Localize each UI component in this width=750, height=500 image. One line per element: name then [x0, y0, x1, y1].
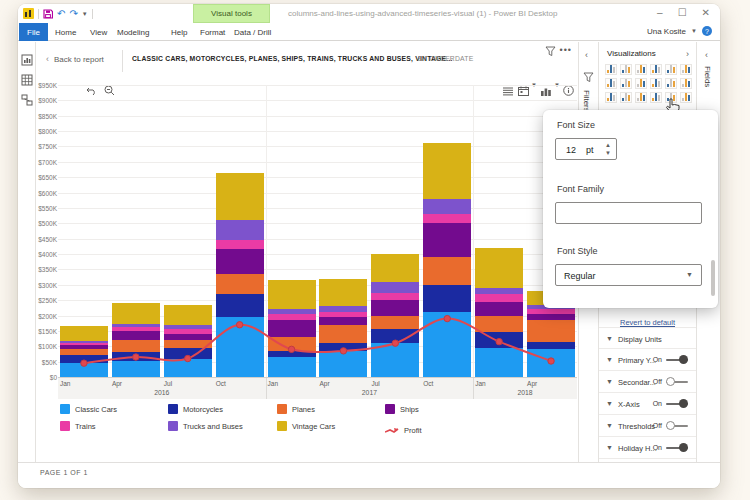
legend-item-ships[interactable]: Ships	[385, 404, 419, 414]
profit-marker[interactable]	[340, 348, 346, 354]
profit-marker[interactable]	[392, 340, 398, 346]
maximize-button[interactable]: ☐	[678, 7, 687, 18]
ribbon-tab-help[interactable]: Help	[167, 23, 191, 41]
profit-marker[interactable]	[133, 354, 139, 360]
toggle-track[interactable]	[666, 355, 688, 364]
profit-line[interactable]	[84, 319, 551, 364]
legend-item-vintage-cars[interactable]: Vintage Cars	[277, 421, 335, 431]
area-chart-icon[interactable]	[620, 78, 632, 89]
toggle-track[interactable]	[666, 421, 688, 430]
legend-item-classic-cars[interactable]: Classic Cars	[60, 404, 117, 414]
line-and-clustered-column-chart-icon[interactable]	[665, 78, 677, 89]
legend-item-profit[interactable]: Profit	[385, 421, 422, 439]
x-axis-month-label: Apr	[112, 380, 122, 387]
ribbon-tab-home[interactable]: Home	[51, 23, 80, 41]
x-axis-month-label: Jul	[371, 380, 379, 387]
format-section-holiday-h-[interactable]: ▼Holiday H...On	[599, 437, 696, 459]
font-size-spinner[interactable]: 12 pt ▲ ▼	[555, 138, 617, 160]
legend-item-motorcycles[interactable]: Motorcycles	[168, 404, 223, 414]
toggle-on[interactable]: On	[653, 355, 688, 364]
minimize-button[interactable]: –	[657, 7, 663, 18]
profit-marker[interactable]	[236, 322, 242, 328]
stacked-bar-chart-icon[interactable]	[605, 64, 617, 75]
clustered-column-chart-icon[interactable]	[650, 64, 662, 75]
toggle-track[interactable]	[666, 443, 688, 452]
line-chart-icon[interactable]	[605, 78, 617, 89]
profit-marker[interactable]	[288, 346, 294, 352]
save-icon[interactable]	[43, 9, 53, 19]
expand-filters-icon[interactable]: ‹	[585, 50, 588, 60]
100-stacked-column-chart-icon[interactable]	[680, 64, 692, 75]
account-area[interactable]: Una Kosite ▼ ?	[647, 26, 712, 36]
toggle-track[interactable]	[666, 377, 688, 386]
format-section-primary-y-[interactable]: ▼Primary Y...On	[599, 349, 696, 371]
x-axis-year-label: 2016	[58, 389, 266, 396]
format-section-secondar-[interactable]: ▼Secondar...Off	[599, 371, 696, 393]
format-section-display-units[interactable]: ▼Display Units	[599, 327, 696, 349]
ribbon-tab-modeling[interactable]: Modeling	[113, 23, 153, 41]
y-axis-tick: $700K	[38, 158, 57, 165]
profit-marker[interactable]	[185, 355, 191, 361]
100-stacked-bar-chart-icon[interactable]	[665, 64, 677, 75]
report-view-icon[interactable]	[21, 54, 33, 66]
font-family-input[interactable]	[555, 202, 702, 224]
format-section-thresholds[interactable]: ▼ThresholdsOff	[599, 415, 696, 437]
format-section-x-axis[interactable]: ▼X-AxisOn	[599, 393, 696, 415]
ribbon-tab-format[interactable]: Format	[196, 23, 229, 41]
toggle-state-label: Off	[653, 422, 662, 429]
undo-icon[interactable]: ↶	[57, 9, 65, 19]
help-icon[interactable]: ?	[702, 26, 712, 36]
revert-to-default-link[interactable]: Revert to default	[599, 318, 696, 327]
toggle-track[interactable]	[666, 399, 688, 408]
data-view-icon[interactable]	[21, 74, 33, 86]
chevron-down-icon[interactable]: ▼	[606, 444, 613, 451]
waterfall-chart-icon[interactable]	[605, 92, 617, 103]
toggle-off[interactable]: Off	[653, 377, 688, 386]
stacked-column-chart-icon[interactable]	[620, 64, 632, 75]
ribbon-tab-view[interactable]: View	[86, 23, 111, 41]
profit-marker[interactable]	[548, 358, 554, 364]
legend-item-trucks-and-buses[interactable]: Trucks and Buses	[168, 421, 243, 431]
popup-scrollbar[interactable]	[711, 260, 715, 296]
profit-marker[interactable]	[444, 315, 450, 321]
chevron-down-icon[interactable]: ▼	[606, 335, 613, 342]
chevron-down-icon[interactable]: ▼	[606, 400, 613, 407]
funnel-chart-icon[interactable]	[620, 92, 632, 103]
spinner-down-icon[interactable]: ▼	[605, 149, 611, 157]
toggle-on[interactable]: On	[653, 443, 688, 452]
profit-marker[interactable]	[81, 360, 87, 366]
redo-icon[interactable]: ↷	[69, 9, 77, 19]
y-axis-tick: $250K	[38, 297, 57, 304]
chevron-down-icon[interactable]: ▼	[606, 422, 613, 429]
model-view-icon[interactable]	[21, 94, 33, 106]
toggle-off[interactable]: Off	[653, 421, 688, 430]
font-style-select[interactable]: Regular ▼	[555, 264, 702, 286]
qat-customize-caret-icon[interactable]: ▼	[82, 11, 88, 17]
more-options-icon[interactable]: •••	[560, 45, 572, 55]
expand-fields-icon[interactable]: ‹	[705, 50, 708, 60]
legend-item-planes[interactable]: Planes	[277, 404, 315, 414]
clustered-bar-chart-icon[interactable]	[635, 64, 647, 75]
back-to-report-button[interactable]: ‹ Back to report	[46, 54, 104, 64]
stacked-area-chart-icon[interactable]	[635, 78, 647, 89]
legend-label: Profit	[404, 426, 422, 435]
filter-icon[interactable]	[545, 46, 556, 57]
combo-chart-visual[interactable]: ▼ ▼ $0$50K$100K$150K$200K$250K$300K$350K…	[36, 72, 577, 442]
scatter-chart-icon[interactable]	[635, 92, 647, 103]
toggle-on[interactable]: On	[653, 399, 688, 408]
chevron-down-icon[interactable]: ▼	[606, 378, 613, 385]
chevron-down-icon[interactable]: ▼	[606, 356, 613, 363]
spinner-up-icon[interactable]: ▲	[605, 141, 611, 149]
line-and-stacked-column-chart-icon[interactable]	[650, 78, 662, 89]
legend-item-trains[interactable]: Trains	[60, 421, 96, 431]
ribbon-tab-data-drill[interactable]: Data / Drill	[230, 23, 275, 41]
x-axis: JanAprJulOctJanAprJulOctJanApr2016201720…	[58, 377, 577, 399]
matrix-icon[interactable]	[680, 92, 692, 103]
collapse-visualizations-icon[interactable]: ›	[686, 49, 689, 59]
ribbon-chart-icon[interactable]	[680, 78, 692, 89]
ribbon-tab-file[interactable]: File	[19, 23, 48, 41]
pie-chart-icon[interactable]	[650, 92, 662, 103]
profit-marker[interactable]	[496, 338, 502, 344]
x-axis-year-label: 2017	[266, 389, 474, 396]
close-button[interactable]: ✕	[702, 7, 710, 18]
